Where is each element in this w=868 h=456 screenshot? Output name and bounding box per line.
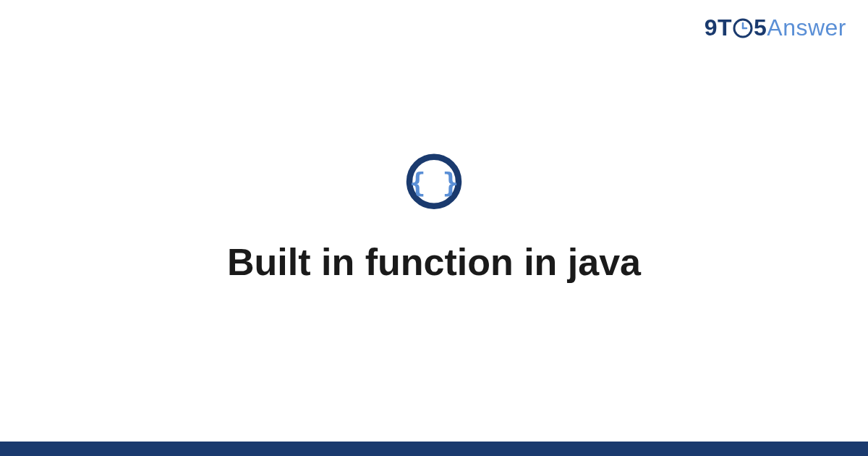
brand-logo: 9T 5 Answer xyxy=(705,14,846,41)
brand-clock-o-icon xyxy=(733,18,753,38)
main-content: { } Built in function in java xyxy=(0,153,868,284)
brand-text-9t: 9T xyxy=(705,14,732,41)
footer-bar xyxy=(0,442,868,456)
code-braces-icon: { } xyxy=(405,153,463,214)
brand-text-answer: Answer xyxy=(767,14,846,41)
svg-text:{ }: { } xyxy=(409,166,459,198)
page-title: Built in function in java xyxy=(227,240,641,284)
brand-text-5: 5 xyxy=(754,14,767,41)
